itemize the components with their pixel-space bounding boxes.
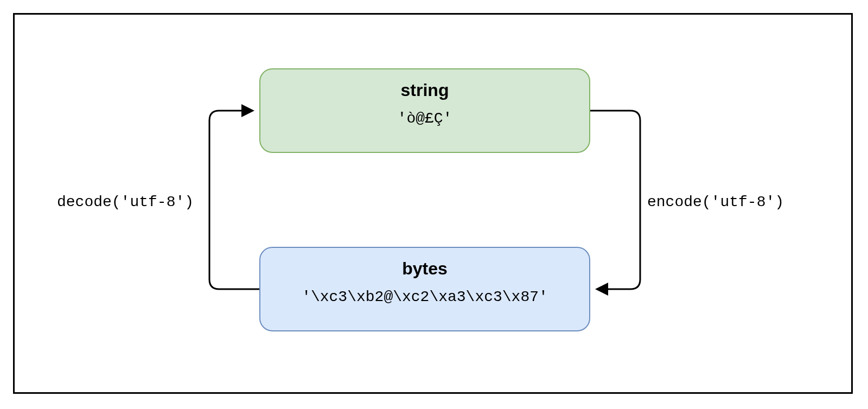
string-node-title: string <box>273 80 576 100</box>
bytes-node: bytes '\xc3\xb2@\xc2\xa3\xc3\x87' <box>259 247 590 331</box>
encode-arrow <box>590 111 640 289</box>
decode-label: decode('utf-8') <box>57 194 194 210</box>
string-node-value: 'ò@£Ç' <box>273 110 576 127</box>
diagram-frame: string 'ò@£Ç' bytes '\xc3\xb2@\xc2\xa3\x… <box>13 13 853 394</box>
decode-arrow <box>209 111 259 289</box>
bytes-node-title: bytes <box>273 259 576 279</box>
encode-label: encode('utf-8') <box>647 194 784 210</box>
bytes-node-value: '\xc3\xb2@\xc2\xa3\xc3\x87' <box>273 289 576 305</box>
string-node: string 'ò@£Ç' <box>259 68 590 153</box>
